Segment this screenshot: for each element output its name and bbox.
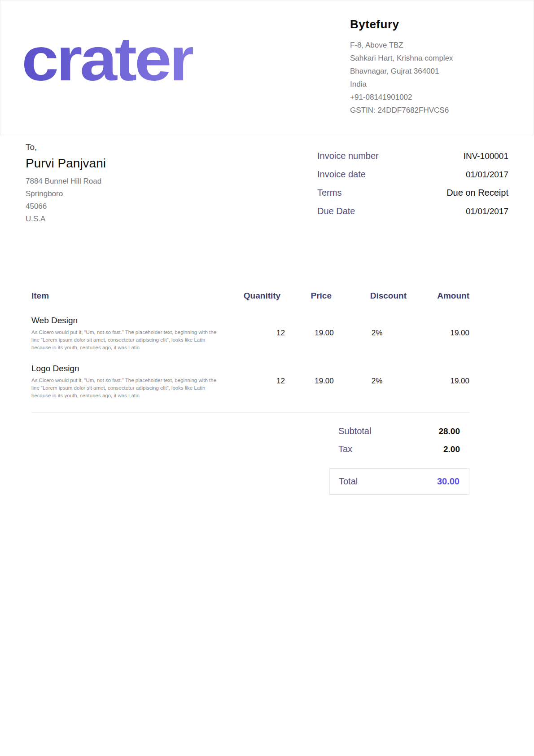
column-header-amount: Amount [407, 291, 469, 301]
item-price: 19.00 [285, 363, 334, 400]
item-discount: 2% [334, 363, 410, 400]
invoice-page: crater Bytefury F-8, Above TBZ Sahkari H… [0, 0, 534, 756]
due-date-row: Due Date 01/01/2017 [317, 206, 508, 224]
item-description: As Cicero would put it, “Um, not so fast… [31, 329, 219, 352]
company-info: Bytefury F-8, Above TBZ Sahkari Hart, Kr… [350, 16, 508, 135]
table-header-row: Item Quanitity Price Discount Amount [31, 291, 469, 301]
subtotal-value: 28.00 [438, 426, 460, 436]
item-amount: 19.00 [409, 315, 469, 352]
item-row: Logo Design As Cicero would put it, “Um,… [31, 363, 469, 400]
customer-address-line: 7884 Bunnel Hill Road [26, 175, 232, 188]
customer-address-line: Springboro [26, 188, 232, 200]
items-divider [31, 412, 469, 413]
total-box: Total 30.00 [329, 468, 469, 495]
company-phone: +91-08141901002 [350, 91, 508, 104]
invoice-number-value: INV-100001 [464, 151, 508, 161]
invoice-header: crater Bytefury F-8, Above TBZ Sahkari H… [0, 0, 534, 135]
invoice-meta: Invoice number INV-100001 Invoice date 0… [317, 151, 508, 225]
total-label: Total [339, 476, 358, 487]
due-date-label: Due Date [317, 206, 355, 216]
item-row: Web Design As Cicero would put it, “Um, … [31, 315, 469, 352]
item-quantity: 12 [219, 363, 285, 400]
column-header-price: Price [280, 291, 332, 301]
customer-address-line: U.S.A [26, 213, 232, 225]
terms-value: Due on Receipt [446, 188, 508, 198]
column-header-discount: Discount [332, 291, 407, 301]
company-address-line: Bhavnagar, Gujrat 364001 [350, 65, 508, 78]
invoice-number-label: Invoice number [317, 151, 379, 161]
company-address-line: F-8, Above TBZ [350, 39, 508, 52]
terms-label: Terms [317, 188, 341, 198]
invoice-date-row: Invoice date 01/01/2017 [317, 169, 508, 188]
item-cell: Web Design As Cicero would put it, “Um, … [31, 315, 219, 352]
item-description: As Cicero would put it, “Um, not so fast… [31, 377, 219, 400]
company-name: Bytefury [350, 18, 508, 31]
totals-section: Subtotal 28.00 Tax 2.00 Total 30.00 [329, 426, 469, 495]
column-header-quantity: Quanitity [211, 291, 280, 301]
item-price: 19.00 [285, 315, 334, 352]
item-cell: Logo Design As Cicero would put it, “Um,… [31, 363, 219, 400]
billing-section: To, Purvi Panjvani 7884 Bunnel Hill Road… [0, 135, 534, 225]
subtotal-label: Subtotal [338, 426, 371, 436]
crater-logo: crater [22, 34, 193, 135]
item-quantity: 12 [219, 315, 285, 352]
invoice-date-label: Invoice date [317, 169, 366, 180]
column-header-item: Item [31, 291, 211, 301]
company-gstin: GSTIN: 24DDF7682FHVCS6 [350, 104, 508, 117]
tax-value: 2.00 [443, 444, 460, 454]
item-name: Web Design [31, 315, 219, 326]
invoice-date-value: 01/01/2017 [466, 170, 508, 180]
items-table: Item Quanitity Price Discount Amount Web… [31, 291, 469, 495]
company-address-line: Sahkari Hart, Krishna complex [350, 52, 508, 65]
bill-to-block: To, Purvi Panjvani 7884 Bunnel Hill Road… [26, 141, 232, 225]
tax-row: Tax 2.00 [329, 444, 469, 454]
item-discount: 2% [334, 315, 410, 352]
item-amount: 19.00 [409, 363, 469, 400]
subtotal-row: Subtotal 28.00 [329, 426, 469, 436]
company-address-line: India [350, 78, 508, 91]
customer-name: Purvi Panjvani [26, 156, 232, 171]
terms-row: Terms Due on Receipt [317, 188, 508, 206]
customer-address-line: 45066 [26, 200, 232, 213]
total-value: 30.00 [437, 476, 460, 487]
invoice-number-row: Invoice number INV-100001 [317, 151, 508, 169]
item-name: Logo Design [31, 363, 219, 374]
due-date-value: 01/01/2017 [466, 207, 508, 216]
tax-label: Tax [338, 444, 352, 454]
bill-to-label: To, [26, 141, 232, 153]
